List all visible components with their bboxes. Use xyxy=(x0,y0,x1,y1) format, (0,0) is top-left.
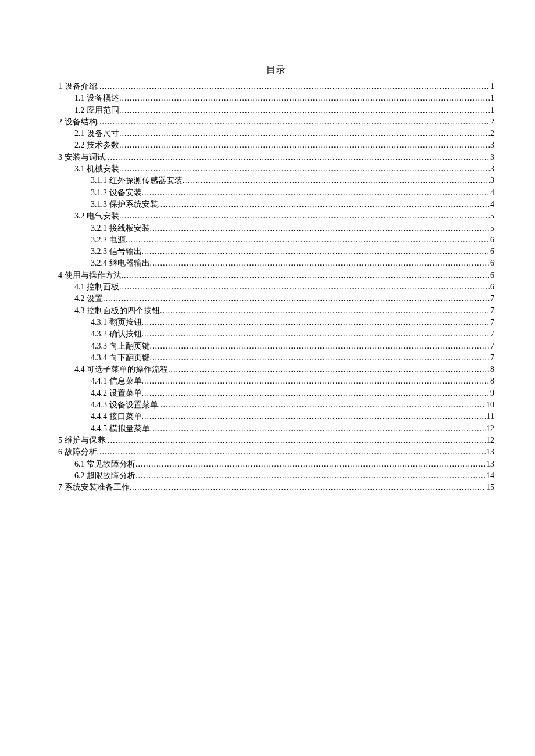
toc-entry-label: 4.2 设置 xyxy=(74,293,103,304)
toc-entry-page: 10 xyxy=(486,399,494,411)
toc-entry[interactable]: 4.3.1 翻页按钮7 xyxy=(58,317,494,328)
toc-entry[interactable]: 3.1.2 设备安装4 xyxy=(58,187,494,199)
toc-leader-dots xyxy=(183,175,491,187)
toc-leader-dots xyxy=(119,105,490,116)
toc-entry[interactable]: 4.4.4 接口菜单11 xyxy=(58,411,494,422)
toc-entry[interactable]: 7 系统安装准备工作15 xyxy=(58,482,494,493)
toc-entry-page: 4 xyxy=(490,199,494,210)
toc-entry-label: 4.1 控制面板 xyxy=(74,281,119,293)
toc-entry[interactable]: 2 设备结构2 xyxy=(58,116,494,128)
toc-entry[interactable]: 4.2 设置7 xyxy=(58,293,494,304)
toc-entry[interactable]: 3.2.2 电源6 xyxy=(58,234,494,246)
toc-leader-dots xyxy=(160,305,490,317)
toc-entry[interactable]: 4.3.2 确认按钮7 xyxy=(58,328,494,340)
toc-entry[interactable]: 3.1.3 保护系统安装4 xyxy=(58,199,494,210)
toc-entry-page: 3 xyxy=(490,175,494,187)
toc-entry-label: 3.2.1 接线板安装 xyxy=(91,223,150,234)
toc-leader-dots xyxy=(142,328,491,340)
toc-entry-page: 2 xyxy=(490,116,494,128)
toc-entry-label: 6 故障分析 xyxy=(58,446,97,458)
toc-entry-label: 4.4 可选子菜单的操作流程 xyxy=(74,364,168,375)
toc-leader-dots xyxy=(150,352,491,364)
toc-leader-dots xyxy=(142,411,487,422)
toc-leader-dots xyxy=(97,446,487,458)
toc-entry-page: 5 xyxy=(490,223,494,234)
toc-entry-label: 4.4.1 信息菜单 xyxy=(91,375,142,387)
toc-entry[interactable]: 3.2.3 信号输出6 xyxy=(58,246,494,257)
toc-leader-dots xyxy=(150,341,491,352)
toc-entry-label: 4.3.1 翻页按钮 xyxy=(91,317,142,328)
toc-entry[interactable]: 4.4 可选子菜单的操作流程8 xyxy=(58,364,494,375)
toc-entry-page: 1 xyxy=(490,105,494,116)
toc-entry[interactable]: 6.1 常见故障分析13 xyxy=(58,458,494,470)
toc-entry-label: 3.2.4 继电器输出 xyxy=(91,257,150,269)
toc-entry-label: 7 系统安装准备工作 xyxy=(58,482,130,493)
toc-entry-label: 3.1.2 设备安装 xyxy=(91,187,142,199)
toc-entry-label: 4 使用与操作方法 xyxy=(58,270,122,281)
toc-entry[interactable]: 6 故障分析13 xyxy=(58,446,494,458)
toc-entry-label: 1.2 应用范围 xyxy=(74,105,119,116)
toc-entry-page: 13 xyxy=(486,446,494,458)
toc-entry-page: 6 xyxy=(490,281,494,293)
toc-entry-label: 4.4.5 模拟量菜单 xyxy=(91,423,150,435)
toc-entry[interactable]: 4.3 控制面板的四个按钮7 xyxy=(58,305,494,317)
toc-entry[interactable]: 6.2 超限故障分析14 xyxy=(58,470,494,482)
toc-entry-page: 7 xyxy=(490,352,494,364)
toc-entry[interactable]: 4.3.4 向下翻页键7 xyxy=(58,352,494,364)
toc-leader-dots xyxy=(103,293,490,304)
toc-entry[interactable]: 3.2.1 接线板安装5 xyxy=(58,223,494,234)
toc-entry-label: 2.1 设备尺寸 xyxy=(74,128,119,139)
toc-leader-dots xyxy=(158,399,487,411)
toc-entry[interactable]: 4.4.1 信息菜单8 xyxy=(58,375,494,387)
toc-entry[interactable]: 5 维护与保养12 xyxy=(58,435,494,446)
toc-leader-dots xyxy=(126,234,491,246)
toc-leader-dots xyxy=(135,458,486,470)
toc-entry[interactable]: 4.4.3 设备设置菜单10 xyxy=(58,399,494,411)
toc-entry[interactable]: 3.1.1 红外探测传感器安装3 xyxy=(58,175,494,187)
toc-entry[interactable]: 1 设备介绍1 xyxy=(58,81,494,92)
toc-entry-label: 3.2 电气安装 xyxy=(74,210,119,222)
toc-entry-label: 3.1 机械安装 xyxy=(74,163,119,175)
toc-leader-dots xyxy=(142,187,491,199)
toc-entry-label: 6.2 超限故障分析 xyxy=(74,470,135,482)
toc-entry[interactable]: 2.2 技术参数3 xyxy=(58,139,494,151)
toc-entry[interactable]: 2.1 设备尺寸2 xyxy=(58,128,494,139)
toc-entry-page: 1 xyxy=(490,92,494,104)
toc-leader-dots xyxy=(130,482,487,493)
toc-entry[interactable]: 3 安装与调试3 xyxy=(58,152,494,163)
toc-entry[interactable]: 3.2 电气安装5 xyxy=(58,210,494,222)
toc-entry[interactable]: 1.2 应用范围1 xyxy=(58,105,494,116)
toc-leader-dots xyxy=(142,375,491,387)
toc-entry-page: 6 xyxy=(490,246,494,257)
toc-entry[interactable]: 4 使用与操作方法6 xyxy=(58,270,494,281)
toc-entry-label: 4.3 控制面板的四个按钮 xyxy=(74,305,160,317)
toc-entry-label: 4.4.3 设备设置菜单 xyxy=(91,399,158,411)
toc-entry[interactable]: 4.3.3 向上翻页键7 xyxy=(58,341,494,352)
toc-entry-page: 8 xyxy=(490,375,494,387)
toc-leader-dots xyxy=(105,152,491,163)
toc-entry[interactable]: 3.1 机械安装3 xyxy=(58,163,494,175)
toc-leader-dots xyxy=(97,81,491,92)
toc-leader-dots xyxy=(119,92,490,104)
toc-entry-label: 4.3.4 向下翻页键 xyxy=(91,352,150,364)
toc-leader-dots xyxy=(142,317,491,328)
toc-leader-dots xyxy=(119,128,490,139)
toc-entry-label: 4.3.2 确认按钮 xyxy=(91,328,142,340)
toc-entry-page: 8 xyxy=(490,364,494,375)
toc-leader-dots xyxy=(168,364,490,375)
toc-leader-dots xyxy=(142,246,491,257)
toc-entry[interactable]: 1.1 设备概述1 xyxy=(58,92,494,104)
toc-entry-page: 3 xyxy=(490,163,494,175)
toc-entry-label: 3 安装与调试 xyxy=(58,152,105,163)
toc-leader-dots xyxy=(150,423,487,435)
toc-entry[interactable]: 4.4.2 设置菜单9 xyxy=(58,388,494,399)
toc-entry[interactable]: 4.4.5 模拟量菜单12 xyxy=(58,423,494,435)
toc-entry-label: 2.2 技术参数 xyxy=(74,139,119,151)
toc-entry-label: 5 维护与保养 xyxy=(58,435,105,446)
toc-entry-label: 3.2.3 信号输出 xyxy=(91,246,142,257)
toc-entry[interactable]: 3.2.4 继电器输出6 xyxy=(58,257,494,269)
toc-leader-dots xyxy=(122,270,491,281)
toc-entry-page: 9 xyxy=(490,388,494,399)
toc-entry-page: 7 xyxy=(490,305,494,317)
toc-entry[interactable]: 4.1 控制面板6 xyxy=(58,281,494,293)
